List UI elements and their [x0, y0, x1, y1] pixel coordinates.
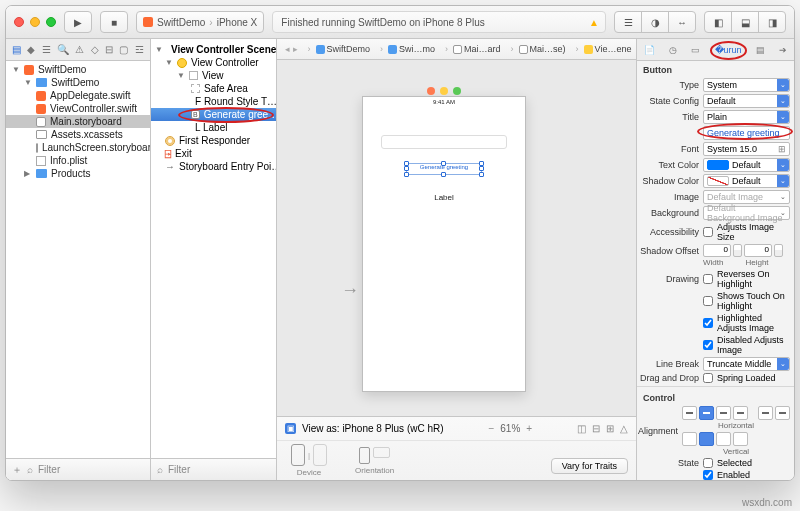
vertical-alignment[interactable]	[682, 432, 790, 446]
shadow-height-input[interactable]: 0	[744, 244, 772, 257]
exit-row[interactable]: ⍈Exit	[151, 147, 276, 160]
view-as-label[interactable]: View as: iPhone 8 Plus (wC hR)	[302, 423, 444, 434]
vary-for-traits-button[interactable]: Vary for Traits	[551, 458, 628, 474]
symbol-tab-icon[interactable]: ☰	[42, 44, 51, 55]
accessibility-checkbox[interactable]: Adjusts Image Size	[703, 222, 790, 242]
zoom-icon[interactable]	[46, 17, 56, 27]
shows-touch-checkbox[interactable]: Shows Touch On Highlight	[703, 291, 790, 311]
title-text-field[interactable]: Generate greeting	[703, 126, 790, 140]
find-tab-icon[interactable]: 🔍	[57, 44, 69, 55]
file-viewcontroller[interactable]: ViewController.swift	[6, 102, 150, 115]
close-icon[interactable]	[14, 17, 24, 27]
navigator-tabs[interactable]: ▤ ◆ ☰ 🔍 ⚠ ◇ ⊟ ▢ ☲	[6, 39, 150, 61]
highlighted-adjusts-checkbox[interactable]: Highlighted Adjusts Image	[703, 313, 790, 333]
canvas[interactable]: → 9:41 AM Generate greeting Label	[277, 60, 636, 416]
textfield-element[interactable]	[381, 135, 507, 149]
warning-icon[interactable]: ▲	[589, 17, 599, 28]
panel-toggles[interactable]: ◧ ⬓ ◨	[704, 11, 786, 33]
device-bar[interactable]: | Device Orientation Vary for Traits	[277, 441, 636, 480]
project-tree[interactable]: ▼SwiftDemo ▼SwiftDemo AppDelegate.swift …	[6, 61, 150, 458]
right-panel-icon[interactable]: ◨	[758, 11, 786, 33]
toggle-icon[interactable]: ▣	[285, 423, 296, 434]
editor-mode-segmented[interactable]: ☰ ◑ ↔	[614, 11, 696, 33]
file-appdelegate[interactable]: AppDelegate.swift	[6, 89, 150, 102]
stepper-icon[interactable]	[774, 244, 783, 257]
spring-loaded-checkbox[interactable]: Spring Loaded	[703, 373, 790, 383]
version-editor-icon[interactable]: ↔	[668, 11, 696, 33]
shadow-color-select[interactable]: Default⌄	[703, 174, 790, 188]
viewcontroller-scene[interactable]: 9:41 AM Generate greeting Label	[362, 96, 526, 392]
device-picker[interactable]: | Device	[291, 444, 327, 477]
view-as-bar[interactable]: ▣ View as: iPhone 8 Plus (wC hR) − 61% +…	[277, 417, 636, 441]
assistant-editor-icon[interactable]: ◑	[641, 11, 669, 33]
jump-back[interactable]: ◂ ▸	[281, 44, 302, 54]
resolve-icon[interactable]: △	[620, 423, 628, 434]
traffic-lights[interactable]	[14, 17, 56, 27]
shadow-width-input[interactable]: 0	[703, 244, 731, 257]
file-inspector-icon[interactable]: 📄	[644, 45, 655, 55]
debug-tab-icon[interactable]: ⊟	[105, 44, 113, 55]
title-type-select[interactable]: Plain⌄	[703, 110, 790, 124]
background-field[interactable]: Default Background Image⌄	[703, 206, 790, 220]
outline-filter[interactable]: ⌕ Filter	[151, 458, 276, 480]
textfield-row[interactable]: F Round Style T…	[151, 95, 276, 108]
stop-button[interactable]: ■	[100, 11, 128, 33]
group-swiftdemo[interactable]: ▼SwiftDemo	[6, 76, 150, 89]
type-select[interactable]: System⌄	[703, 78, 790, 92]
disabled-adjusts-checkbox[interactable]: Disabled Adjusts Image	[703, 335, 790, 355]
font-field[interactable]: System 15.0⊞	[703, 142, 790, 156]
inspector-tabs[interactable]: 📄 ◷ ▭ �urun ▤ ➔	[637, 39, 794, 61]
file-main-storyboard[interactable]: Main.storyboard	[6, 115, 150, 128]
source-control-tab-icon[interactable]: ◆	[27, 44, 35, 55]
outline-tree[interactable]: ▼View Controller Scene ▼View Controller …	[151, 39, 276, 458]
line-break-select[interactable]: Truncate Middle⌄	[703, 357, 790, 371]
horizontal-alignment[interactable]	[682, 406, 790, 420]
zoom-in-button[interactable]: +	[526, 423, 532, 434]
left-panel-icon[interactable]: ◧	[704, 11, 732, 33]
minimize-icon[interactable]	[30, 17, 40, 27]
project-root[interactable]: ▼SwiftDemo	[6, 63, 150, 76]
report-tab-icon[interactable]: ☲	[135, 44, 144, 55]
enabled-checkbox[interactable]: Enabled	[703, 470, 790, 480]
bottom-panel-icon[interactable]: ⬓	[731, 11, 759, 33]
attributes-inspector-icon[interactable]: �urun	[715, 45, 742, 55]
view-row[interactable]: ▼View	[151, 69, 276, 82]
issue-tab-icon[interactable]: ⚠	[75, 44, 84, 55]
test-tab-icon[interactable]: ◇	[91, 44, 99, 55]
scheme-selector[interactable]: SwiftDemo › iPhone X	[136, 11, 264, 33]
safearea-row[interactable]: Safe Area	[151, 82, 276, 95]
zoom-level[interactable]: 61%	[500, 423, 520, 434]
file-infoplist[interactable]: Info.plist	[6, 154, 150, 167]
align-icon[interactable]: ⊟	[592, 423, 600, 434]
embed-icon[interactable]: ◫	[577, 423, 586, 434]
pin-icon[interactable]: ⊞	[606, 423, 614, 434]
zoom-out-button[interactable]: −	[488, 423, 494, 434]
label-element[interactable]: Label	[424, 193, 464, 202]
inspector-body[interactable]: Button TypeSystem⌄ State ConfigDefault⌄ …	[637, 61, 794, 480]
stepper-icon[interactable]	[733, 244, 742, 257]
viewcontroller-row[interactable]: ▼View Controller	[151, 56, 276, 69]
connections-inspector-icon[interactable]: ➔	[779, 45, 787, 55]
state-config-select[interactable]: Default⌄	[703, 94, 790, 108]
image-field[interactable]: Default Image⌄	[703, 190, 790, 204]
generate-button-element[interactable]: Generate greeting	[406, 163, 482, 175]
group-products[interactable]: ▶Products	[6, 167, 150, 180]
project-tab-icon[interactable]: ▤	[12, 44, 21, 55]
generate-button-row[interactable]: BGenerate gree…	[151, 108, 276, 121]
scene-dock[interactable]	[427, 87, 461, 95]
scene-row[interactable]: ▼View Controller Scene	[151, 43, 276, 56]
text-color-select[interactable]: Default⌄	[703, 158, 790, 172]
add-icon[interactable]: ＋	[12, 463, 22, 477]
navigator-filter[interactable]: ＋ ⌕ Filter	[6, 458, 150, 480]
run-button[interactable]: ▶	[64, 11, 92, 33]
orientation-picker[interactable]: Orientation	[355, 447, 394, 475]
reverses-checkbox[interactable]: Reverses On Highlight	[703, 269, 790, 289]
file-assets[interactable]: Assets.xcassets	[6, 128, 150, 141]
history-inspector-icon[interactable]: ◷	[669, 45, 677, 55]
entry-point-row[interactable]: →Storyboard Entry Poi…	[151, 160, 276, 173]
selected-checkbox[interactable]: Selected	[703, 458, 790, 468]
label-row[interactable]: L Label	[151, 121, 276, 134]
file-launchscreen[interactable]: LaunchScreen.storyboard	[6, 141, 150, 154]
first-responder-row[interactable]: First Responder	[151, 134, 276, 147]
font-picker-icon[interactable]: ⊞	[778, 144, 786, 154]
